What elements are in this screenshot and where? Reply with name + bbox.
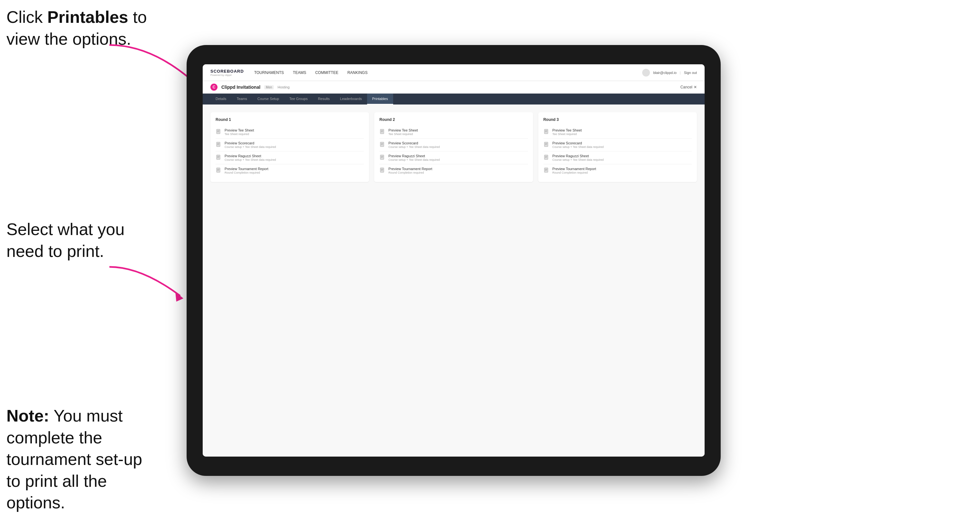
- round-2-tournament-report[interactable]: Preview Tournament Report Round Completi…: [379, 164, 528, 177]
- main-content: Round 1 Preview Tee Sheet Tee Sheet requ…: [203, 105, 705, 457]
- round-1-scorecard-subtitle: Course setup + Tee Sheet data required: [224, 145, 276, 149]
- round3-tee-sheet-icon: [543, 129, 550, 135]
- tab-tee-groups[interactable]: Tee Groups: [284, 94, 313, 105]
- nav-separator: |: [680, 71, 681, 75]
- round3-report-icon: [543, 168, 550, 174]
- round-1-raguzzi-subtitle: Course setup + Tee Sheet data required: [224, 158, 276, 162]
- tournament-name: Clippd Invitational: [221, 84, 260, 90]
- round-2-section: Round 2 Preview Tee Sheet Tee Sheet requ…: [374, 112, 533, 182]
- round-3-tournament-report[interactable]: Preview Tournament Report Round Completi…: [543, 164, 692, 177]
- tablet-screen: SCOREBOARD Powered by clippd TOURNAMENTS…: [203, 64, 705, 457]
- sign-out-link[interactable]: Sign out: [684, 71, 697, 75]
- svg-rect-14: [216, 168, 220, 172]
- round-1-title: Round 1: [216, 117, 364, 122]
- round-3-section: Round 3 Preview Tee Sheet Tee Sheet requ…: [538, 112, 697, 182]
- round-2-scorecard[interactable]: Preview Scorecard Course setup + Tee She…: [379, 138, 528, 151]
- round3-scorecard-icon: [543, 142, 550, 148]
- instruction-middle-text: Select what you need to print.: [6, 220, 124, 260]
- round-1-tee-sheet-subtitle: Tee Sheet required: [224, 132, 254, 136]
- svg-rect-38: [544, 142, 548, 147]
- round-1-report-title: Preview Tournament Report: [224, 167, 268, 171]
- round-1-tee-sheet-title: Preview Tee Sheet: [224, 128, 254, 132]
- nav-right: blair@clippd.io | Sign out: [642, 69, 697, 76]
- svg-marker-1: [175, 292, 183, 302]
- arrow-middle: [93, 264, 190, 312]
- round-1-scorecard-content: Preview Scorecard Course setup + Tee She…: [224, 141, 276, 149]
- tab-leaderboards[interactable]: Leaderboards: [335, 94, 367, 105]
- tab-details[interactable]: Details: [210, 94, 232, 105]
- nav-tournaments[interactable]: TOURNAMENTS: [254, 69, 284, 76]
- svg-rect-42: [544, 155, 548, 159]
- tournament-header: C Clippd Invitational Men Hosting Cancel…: [203, 81, 705, 94]
- tab-printables[interactable]: Printables: [367, 94, 393, 105]
- nav-committee[interactable]: COMMITTEE: [315, 69, 339, 76]
- round-1-raguzzi[interactable]: Preview Raguzzi Sheet Course setup + Tee…: [216, 151, 364, 164]
- round-1-section: Round 1 Preview Tee Sheet Tee Sheet requ…: [210, 112, 369, 182]
- round-3-tee-sheet[interactable]: Preview Tee Sheet Tee Sheet required: [543, 126, 692, 138]
- round-3-title: Round 3: [543, 117, 692, 122]
- top-nav: SCOREBOARD Powered by clippd TOURNAMENTS…: [203, 64, 705, 81]
- svg-rect-18: [380, 129, 384, 134]
- tournament-report-icon: [216, 168, 222, 174]
- svg-rect-34: [544, 129, 548, 134]
- cancel-icon: ✕: [694, 85, 697, 89]
- round2-raguzzi-icon: [379, 155, 386, 161]
- round-1-scorecard[interactable]: Preview Scorecard Course setup + Tee She…: [216, 138, 364, 151]
- cancel-label: Cancel: [681, 85, 692, 89]
- svg-rect-2: [216, 129, 220, 134]
- tab-teams[interactable]: Teams: [232, 94, 252, 105]
- round-1-tee-sheet-content: Preview Tee Sheet Tee Sheet required: [224, 128, 254, 136]
- tournament-status: Hosting: [278, 85, 290, 89]
- round-3-scorecard[interactable]: Preview Scorecard Course setup + Tee She…: [543, 138, 692, 151]
- nav-rankings[interactable]: RANKINGS: [347, 69, 368, 76]
- round-2-raguzzi[interactable]: Preview Raguzzi Sheet Course setup + Tee…: [379, 151, 528, 164]
- svg-rect-6: [216, 142, 220, 147]
- cancel-button[interactable]: Cancel ✕: [681, 85, 697, 89]
- printables-bold: Printables: [47, 8, 128, 26]
- round2-tee-sheet-icon: [379, 129, 386, 135]
- logo-area: SCOREBOARD Powered by clippd: [210, 69, 244, 76]
- nav-items: TOURNAMENTS TEAMS COMMITTEE RANKINGS: [254, 69, 643, 76]
- round-3-raguzzi[interactable]: Preview Raguzzi Sheet Course setup + Tee…: [543, 151, 692, 164]
- tab-bar: Details Teams Course Setup Tee Groups Re…: [203, 94, 705, 105]
- tournament-badge: Men: [264, 85, 274, 89]
- note-bold: Note:: [6, 406, 49, 425]
- logo-sub: Powered by clippd: [210, 74, 244, 76]
- logo-title: SCOREBOARD: [210, 69, 244, 74]
- svg-rect-46: [544, 168, 548, 172]
- round-1-tee-sheet[interactable]: Preview Tee Sheet Tee Sheet required: [216, 126, 364, 138]
- scorecard-icon: [216, 142, 222, 148]
- instruction-bottom: Note: You must complete the tournament s…: [6, 405, 148, 514]
- user-email: blair@clippd.io: [653, 71, 676, 75]
- svg-rect-22: [380, 142, 384, 147]
- tab-results[interactable]: Results: [313, 94, 335, 105]
- round-1-raguzzi-title: Preview Raguzzi Sheet: [224, 154, 276, 158]
- round-1-report-content: Preview Tournament Report Round Completi…: [224, 167, 268, 174]
- instruction-top: Click Printables to view the options.: [6, 6, 148, 50]
- round-2-tee-sheet[interactable]: Preview Tee Sheet Tee Sheet required: [379, 126, 528, 138]
- round2-scorecard-icon: [379, 142, 386, 148]
- instruction-middle: Select what you need to print.: [6, 219, 148, 262]
- round3-raguzzi-icon: [543, 155, 550, 161]
- raguzzi-icon: [216, 155, 222, 161]
- tablet-shell: SCOREBOARD Powered by clippd TOURNAMENTS…: [187, 45, 721, 476]
- round-1-raguzzi-content: Preview Raguzzi Sheet Course setup + Tee…: [224, 154, 276, 162]
- nav-teams[interactable]: TEAMS: [293, 69, 306, 76]
- round2-report-icon: [379, 168, 386, 174]
- svg-rect-26: [380, 155, 384, 159]
- user-avatar: [642, 69, 650, 76]
- tournament-title-row: C Clippd Invitational Men Hosting: [210, 84, 290, 90]
- svg-rect-10: [216, 155, 220, 159]
- round-1-tournament-report[interactable]: Preview Tournament Report Round Completi…: [216, 164, 364, 177]
- svg-rect-30: [380, 168, 384, 172]
- round-2-title: Round 2: [379, 117, 528, 122]
- round-1-report-subtitle: Round Completion required: [224, 171, 268, 174]
- tee-sheet-icon: [216, 129, 222, 135]
- tournament-logo: C: [210, 84, 218, 90]
- round-1-scorecard-title: Preview Scorecard: [224, 141, 276, 145]
- rounds-grid: Round 1 Preview Tee Sheet Tee Sheet requ…: [210, 112, 697, 182]
- tab-course-setup[interactable]: Course Setup: [252, 94, 284, 105]
